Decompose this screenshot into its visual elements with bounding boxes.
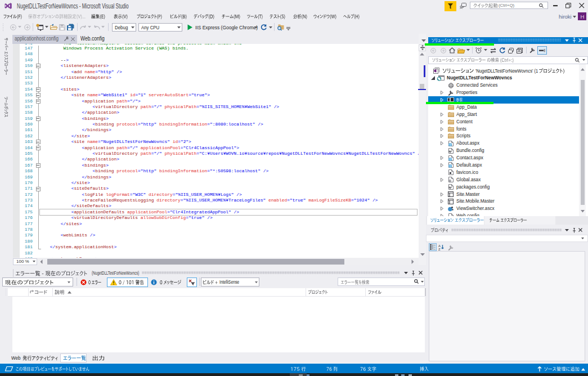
svg-text:Z: Z bbox=[438, 248, 441, 251]
